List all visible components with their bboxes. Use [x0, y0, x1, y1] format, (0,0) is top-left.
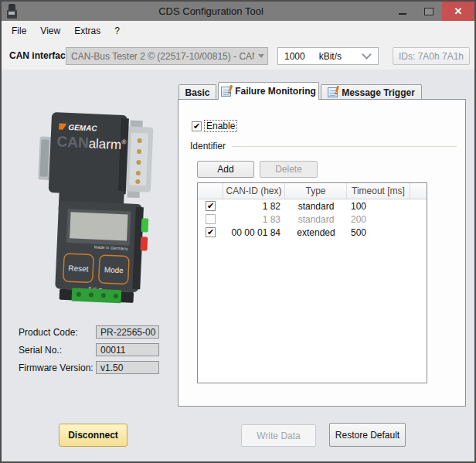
red-led: [140, 237, 148, 250]
svg-text:Mode: Mode: [104, 265, 124, 274]
dropdown-arrow-icon: [254, 54, 267, 58]
row-checkbox[interactable]: ✔: [206, 201, 216, 211]
enable-label: Enable: [204, 120, 237, 132]
row-timeout: 500: [347, 227, 410, 238]
window-title: CDS Configuration Tool: [2, 5, 389, 17]
tab-failure-monitoring[interactable]: Failure Monitoring: [218, 82, 319, 100]
baudrate-value: 1000: [278, 51, 305, 62]
menu-bar: File View Extras ?: [2, 21, 474, 41]
app-window: CDS Configuration Tool ✕ File View Extra…: [0, 0, 476, 463]
failure-monitoring-icon: [221, 87, 231, 97]
row-checkbox[interactable]: ✔: [206, 227, 216, 237]
header-check[interactable]: [198, 183, 223, 199]
tab-message-trigger-label: Message Trigger: [342, 87, 415, 98]
serial-no-value: 00011: [96, 343, 159, 356]
menu-extras[interactable]: Extras: [67, 22, 107, 39]
baudrate-select[interactable]: 1000 kBit/s: [277, 47, 379, 65]
product-code-label: Product Code:: [19, 327, 78, 338]
tab-message-trigger[interactable]: Message Trigger: [321, 84, 422, 100]
green-led: [141, 218, 149, 232]
header-timeout[interactable]: Timeout [ms]: [347, 183, 410, 199]
lcd-display: [66, 209, 131, 246]
can-interface-value: CAN-Bus Tester 2 © (22517-10/00815) - CA…: [66, 51, 254, 62]
main-content: GEMAC CANalarm® Made in Germany Reset: [2, 70, 474, 461]
table-header: CAN-ID (hex) Type Timeout [ms]: [198, 183, 427, 199]
write-data-button: Write Data: [241, 424, 316, 447]
row-timeout: 200: [347, 214, 410, 225]
row-can-id: 00 00 01 84: [223, 227, 285, 238]
menu-help[interactable]: ?: [107, 22, 127, 39]
row-can-id: 1 82: [223, 201, 285, 212]
table-row[interactable]: ✔ 1 82 standard 100: [198, 199, 427, 213]
menu-file[interactable]: File: [5, 22, 33, 39]
message-trigger-icon: [328, 87, 338, 97]
row-type: standard: [285, 201, 347, 212]
identifier-group: Identifier: [190, 141, 457, 151]
enable-checkbox[interactable]: ✔: [192, 121, 202, 131]
header-type[interactable]: Type: [285, 183, 347, 199]
enable-checkbox-row[interactable]: ✔ Enable: [192, 120, 237, 132]
ids-button: IDs: 7A0h 7A1h: [393, 47, 470, 65]
header-can-id[interactable]: CAN-ID (hex): [223, 183, 285, 199]
baudrate-unit: kBit/s: [305, 51, 363, 62]
close-button[interactable]: ✕: [442, 2, 474, 21]
serial-no-label: Serial No.:: [19, 345, 62, 356]
tab-basic[interactable]: Basic: [178, 84, 216, 100]
table-row[interactable]: ✔ 00 00 01 84 extended 500: [198, 226, 427, 239]
minimize-button[interactable]: [389, 2, 416, 21]
maximize-button[interactable]: [416, 2, 442, 21]
product-code-value: PR-22565-00: [96, 325, 159, 339]
chevron-down-icon: [362, 49, 372, 60]
firmware-version-label: Firmware Version:: [19, 363, 94, 373]
tab-failure-monitoring-label: Failure Monitoring: [235, 86, 316, 97]
can-interface-label: CAN interface:: [9, 50, 73, 61]
identifier-table[interactable]: CAN-ID (hex) Type Timeout [ms] ✔ 1 82 st…: [197, 182, 427, 383]
row-can-id: 1 83: [223, 214, 285, 225]
device-image: GEMAC CANalarm® Made in Germany Reset: [31, 100, 172, 308]
app-icon: [7, 4, 17, 19]
identifier-divider: [232, 146, 457, 147]
svg-text:GEMAC: GEMAC: [68, 123, 97, 133]
delete-button: Delete: [260, 161, 318, 178]
menu-view[interactable]: View: [33, 22, 67, 39]
failure-monitoring-panel: ✔ Enable Identifier Add Delete CAN-ID (h…: [178, 99, 466, 407]
add-button[interactable]: Add: [197, 161, 254, 178]
row-timeout: 100: [347, 201, 410, 212]
table-row[interactable]: 1 83 standard 200: [198, 213, 427, 226]
disconnect-button[interactable]: Disconnect: [59, 424, 128, 447]
row-checkbox[interactable]: [206, 214, 216, 224]
tab-basic-label: Basic: [185, 87, 209, 98]
can-interface-select: CAN-Bus Tester 2 © (22517-10/00815) - CA…: [66, 47, 268, 65]
restore-default-button[interactable]: Restore Default: [329, 423, 406, 447]
interface-toolbar: CAN interface: CAN-Bus Tester 2 © (22517…: [2, 41, 474, 70]
titlebar: CDS Configuration Tool ✕: [2, 2, 474, 21]
firmware-version-value: v1.50: [96, 361, 159, 374]
row-type: standard: [285, 214, 347, 225]
svg-text:Reset: Reset: [68, 264, 89, 273]
identifier-label: Identifier: [190, 141, 226, 151]
row-type: extended: [285, 227, 347, 238]
